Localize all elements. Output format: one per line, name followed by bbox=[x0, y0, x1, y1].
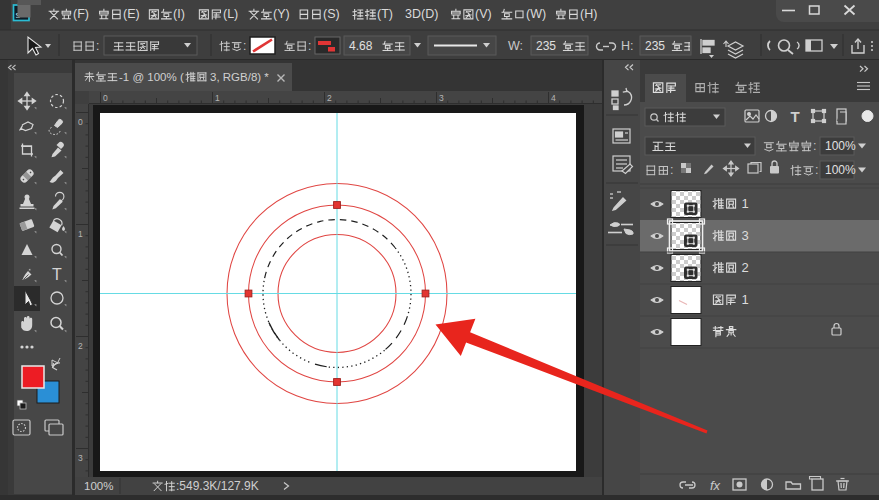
svg-text:2: 2 bbox=[327, 93, 332, 103]
svg-text:3, RGB/8) *: 3, RGB/8) * bbox=[210, 71, 269, 83]
svg-text:(T): (T) bbox=[377, 7, 393, 21]
svg-text:2: 2 bbox=[78, 341, 83, 351]
svg-text:3: 3 bbox=[738, 228, 749, 243]
svg-text::549.3K/127.9K: :549.3K/127.9K bbox=[176, 479, 259, 493]
svg-text:1: 1 bbox=[738, 292, 749, 307]
svg-text::: : bbox=[815, 163, 818, 177]
svg-text:(H): (H) bbox=[580, 7, 597, 21]
svg-text:3: 3 bbox=[78, 453, 83, 463]
svg-text::: : bbox=[96, 39, 99, 53]
svg-text:4.68: 4.68 bbox=[349, 39, 376, 53]
svg-text::: : bbox=[243, 39, 246, 53]
svg-text:(L): (L) bbox=[223, 7, 238, 21]
svg-text:235: 235 bbox=[645, 39, 668, 53]
svg-text:(I): (I) bbox=[173, 7, 185, 21]
svg-text:4: 4 bbox=[551, 93, 556, 103]
svg-text:2: 2 bbox=[738, 260, 749, 275]
svg-text:0: 0 bbox=[103, 93, 108, 103]
svg-text:(Y): (Y) bbox=[273, 7, 290, 21]
svg-text:3D(D): 3D(D) bbox=[405, 7, 438, 21]
svg-text:235: 235 bbox=[536, 39, 559, 53]
svg-text:100%: 100% bbox=[825, 163, 856, 177]
svg-text:fx: fx bbox=[710, 478, 721, 493]
svg-text:(S): (S) bbox=[323, 7, 340, 21]
svg-text:1: 1 bbox=[78, 229, 83, 239]
svg-text:(W): (W) bbox=[526, 7, 546, 21]
svg-text::: : bbox=[670, 163, 673, 177]
svg-text:(E): (E) bbox=[123, 7, 140, 21]
svg-text:W:: W: bbox=[508, 39, 523, 53]
svg-text:T: T bbox=[790, 108, 799, 125]
svg-text:(F): (F) bbox=[73, 7, 89, 21]
svg-text:T: T bbox=[52, 266, 62, 283]
svg-text::: : bbox=[813, 139, 816, 153]
svg-text::: : bbox=[308, 39, 311, 53]
svg-text:H:: H: bbox=[621, 39, 634, 53]
svg-text:-1 @ 100% (: -1 @ 100% ( bbox=[119, 71, 184, 83]
svg-text:100%: 100% bbox=[84, 480, 113, 492]
svg-text:0: 0 bbox=[78, 117, 83, 127]
svg-text:100%: 100% bbox=[825, 139, 856, 153]
svg-text:3: 3 bbox=[439, 93, 444, 103]
svg-text:(V): (V) bbox=[475, 7, 492, 21]
svg-text:1: 1 bbox=[738, 196, 749, 211]
svg-text:1: 1 bbox=[215, 93, 220, 103]
